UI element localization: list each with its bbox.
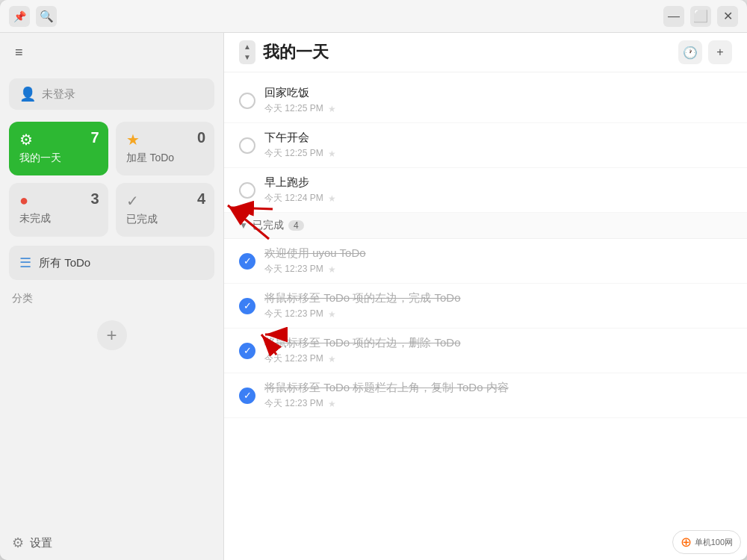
incomplete-count: 3 xyxy=(90,190,99,208)
todo-list: 回家吃饭 今天 12:25 PM ★ 下午开会 今天 12:25 PM ★ xyxy=(224,72,747,560)
starred-icon: ★ xyxy=(126,131,205,149)
todo-checkbox-c2[interactable]: ✓ xyxy=(239,298,255,314)
completed-label: 已完成 xyxy=(126,213,205,226)
watermark-text: 单机100网 xyxy=(695,537,733,548)
page-title: 我的一天 xyxy=(263,41,329,63)
nav-arrows: ▲ ▼ xyxy=(239,40,255,64)
all-todo-label: 所有 ToDo xyxy=(39,256,90,270)
close-button[interactable]: ✕ xyxy=(717,6,738,27)
starred-label: 加星 ToDo xyxy=(126,152,205,165)
todo-time-c3: 今天 12:23 PM xyxy=(264,352,323,365)
todo-item-c1[interactable]: ✓ 欢迎使用 uyou ToDo 今天 12:23 PM ★ xyxy=(224,239,747,284)
title-bar-left: 📌 🔍 xyxy=(9,6,57,27)
category-section: 分类 xyxy=(0,286,223,314)
all-todo-icon: ☰ xyxy=(19,255,31,271)
search-button[interactable]: 🔍 xyxy=(36,6,57,27)
todo-checkbox-c4[interactable]: ✓ xyxy=(239,388,255,404)
title-bar: 📌 🔍 — ⬜ ✕ xyxy=(0,0,747,33)
sidebar: ≡ 👤 未登录 7 ⚙ 我的一天 0 ★ 加星 ToDo xyxy=(0,33,224,560)
sidebar-item-starred[interactable]: 0 ★ 加星 ToDo xyxy=(116,122,215,175)
settings-icon: ⚙ xyxy=(12,535,24,551)
completed-section-label: 已完成 xyxy=(252,219,284,232)
section-arrow-icon: ▼ xyxy=(239,220,248,231)
todo-content-c2: 将鼠标移至 ToDo 项的左边，完成 ToDo 今天 12:23 PM ★ xyxy=(264,291,732,320)
add-todo-button[interactable]: + xyxy=(708,40,732,64)
todo-title-1: 回家吃饭 xyxy=(264,86,732,100)
todo-star-3[interactable]: ★ xyxy=(328,193,336,204)
settings-section[interactable]: ⚙ 设置 xyxy=(0,526,223,560)
todo-content-3: 早上跑步 今天 12:24 PM ★ xyxy=(264,175,732,205)
completed-count: 4 xyxy=(197,190,205,208)
minimize-button[interactable]: — xyxy=(663,6,684,27)
todo-star-c4[interactable]: ★ xyxy=(328,399,336,409)
maximize-button[interactable]: ⬜ xyxy=(690,6,711,27)
todo-item-c2[interactable]: ✓ 将鼠标移至 ToDo 项的左边，完成 ToDo 今天 12:23 PM ★ xyxy=(224,284,747,329)
starred-count: 0 xyxy=(197,129,205,146)
history-button[interactable]: 🕐 xyxy=(678,40,702,64)
todo-meta-1: 今天 12:25 PM ★ xyxy=(264,102,732,115)
add-category-button[interactable]: + xyxy=(97,320,127,350)
category-title: 分类 xyxy=(12,292,211,305)
my-day-icon: ⚙ xyxy=(19,131,98,149)
todo-star-c3[interactable]: ★ xyxy=(328,354,336,364)
sidebar-item-all-todo[interactable]: ☰ 所有 ToDo xyxy=(9,246,214,280)
todo-item-1[interactable]: 回家吃饭 今天 12:25 PM ★ xyxy=(224,78,747,123)
pin-button[interactable]: 📌 xyxy=(9,6,30,27)
todo-item-2[interactable]: 下午开会 今天 12:25 PM ★ xyxy=(224,123,747,168)
main-header-left: ▲ ▼ 我的一天 xyxy=(239,40,329,64)
todo-checkbox-2[interactable] xyxy=(239,137,255,154)
todo-star-c1[interactable]: ★ xyxy=(328,264,336,275)
todo-time-3: 今天 12:24 PM xyxy=(264,192,323,205)
todo-title-2: 下午开会 xyxy=(264,131,732,145)
main-header: ▲ ▼ 我的一天 🕐 + xyxy=(224,33,747,72)
sidebar-item-completed[interactable]: 4 ✓ 已完成 xyxy=(116,183,215,237)
todo-item-3[interactable]: 早上跑步 今天 12:24 PM ★ xyxy=(224,168,747,213)
my-day-label: 我的一天 xyxy=(19,152,98,165)
todo-checkbox-1[interactable] xyxy=(239,93,255,109)
todo-meta-c4: 今天 12:23 PM ★ xyxy=(264,397,732,410)
todo-star-2[interactable]: ★ xyxy=(328,149,336,159)
sidebar-header: ≡ xyxy=(0,33,223,72)
todo-time-c4: 今天 12:23 PM xyxy=(264,397,323,410)
todo-content-c4: 将鼠标移至 ToDo 标题栏右上角，复制 ToDo 内容 今天 12:23 PM… xyxy=(264,381,732,410)
todo-item-c3[interactable]: ✓ 将鼠标移至 ToDo 项的右边，删除 ToDo 今天 12:23 PM ★ xyxy=(224,329,747,373)
todo-title-c4: 将鼠标移至 ToDo 标题栏右上角，复制 ToDo 内容 xyxy=(264,381,732,395)
my-day-count: 7 xyxy=(90,129,99,146)
todo-checkbox-c1[interactable]: ✓ xyxy=(239,253,255,270)
user-label: 未登录 xyxy=(42,87,75,102)
todo-time-1: 今天 12:25 PM xyxy=(264,102,323,115)
todo-checkbox-c3[interactable]: ✓ xyxy=(239,343,255,359)
user-icon: 👤 xyxy=(19,86,36,102)
todo-meta-3: 今天 12:24 PM ★ xyxy=(264,192,732,205)
todo-star-c2[interactable]: ★ xyxy=(328,309,336,320)
completed-section-divider[interactable]: ▼ 已完成 4 xyxy=(224,213,747,239)
completed-section-count: 4 xyxy=(288,220,304,231)
todo-time-c2: 今天 12:23 PM xyxy=(264,308,323,320)
sidebar-item-my-day[interactable]: 7 ⚙ 我的一天 xyxy=(9,122,108,175)
main-content: ▲ ▼ 我的一天 🕐 + 回家吃饭 xyxy=(224,33,747,560)
todo-content-2: 下午开会 今天 12:25 PM ★ xyxy=(264,131,732,160)
incomplete-icon: ● xyxy=(19,192,98,209)
todo-title-3: 早上跑步 xyxy=(264,175,732,190)
todo-meta-2: 今天 12:25 PM ★ xyxy=(264,147,732,160)
nav-down-button[interactable]: ▼ xyxy=(241,52,254,63)
watermark: ⊕ 单机100网 xyxy=(672,530,741,554)
todo-title-c1: 欢迎使用 uyou ToDo xyxy=(264,246,732,261)
todo-time-2: 今天 12:25 PM xyxy=(264,147,323,160)
hamburger-button[interactable]: ≡ xyxy=(12,42,26,63)
list-grid: 7 ⚙ 我的一天 0 ★ 加星 ToDo 3 ● 未完成 xyxy=(0,116,223,243)
todo-star-1[interactable]: ★ xyxy=(328,104,336,114)
todo-meta-c1: 今天 12:23 PM ★ xyxy=(264,263,732,276)
app-window: 📌 🔍 — ⬜ ✕ ≡ 👤 未登录 7 ⚙ xyxy=(0,0,747,560)
todo-content-1: 回家吃饭 今天 12:25 PM ★ xyxy=(264,86,732,115)
completed-icon: ✓ xyxy=(126,192,205,210)
todo-item-c4[interactable]: ✓ 将鼠标移至 ToDo 标题栏右上角，复制 ToDo 内容 今天 12:23 … xyxy=(224,373,747,418)
todo-checkbox-3[interactable] xyxy=(239,182,255,199)
todo-content-c3: 将鼠标移至 ToDo 项的右边，删除 ToDo 今天 12:23 PM ★ xyxy=(264,336,732,365)
todo-time-c1: 今天 12:23 PM xyxy=(264,263,323,276)
incomplete-label: 未完成 xyxy=(19,212,98,225)
nav-up-button[interactable]: ▲ xyxy=(241,42,254,52)
user-section[interactable]: 👤 未登录 xyxy=(9,78,214,110)
todo-meta-c3: 今天 12:23 PM ★ xyxy=(264,352,732,365)
sidebar-item-incomplete[interactable]: 3 ● 未完成 xyxy=(9,183,108,237)
